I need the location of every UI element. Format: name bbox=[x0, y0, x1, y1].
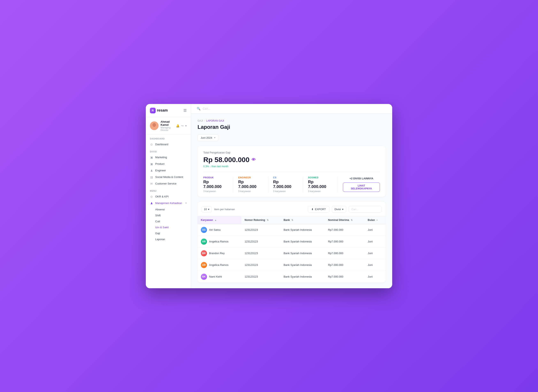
divisi-engineer: ENGINEER Rp 7.000.000 3 karyawan bbox=[238, 176, 268, 193]
cell-rekening-5: 123123123 bbox=[241, 271, 280, 283]
sidebar-item-kehadiran[interactable]: ♟ Manajemen Kehadiran ▾ bbox=[146, 200, 191, 206]
cell-rekening-2: 123123123 bbox=[241, 236, 280, 247]
app-name: resam bbox=[157, 108, 168, 112]
divisi-filter-label: Divisi bbox=[334, 208, 341, 211]
table-controls: 10 ▾ item per halaman ⬇ EXPORT Divisi ▾ bbox=[198, 206, 386, 216]
app-logo: R resam bbox=[150, 108, 168, 113]
lihat-selengkapnya-button[interactable]: LIHAT SELENGKAPNYA bbox=[343, 182, 380, 192]
table-row: AR Angelica Ramos 123123123 Bank Syariah… bbox=[198, 236, 386, 247]
sub-item-izin-sakit[interactable]: Izin & Sakit bbox=[146, 224, 191, 230]
sidebar-item-label: Social Media & Content bbox=[155, 175, 183, 178]
trend-percent: 0.3% bbox=[203, 165, 209, 168]
table-row: NK Nami Keihl 123123123 Bank Syariah Ind… bbox=[198, 271, 386, 283]
sub-item-laporan[interactable]: Laporan bbox=[146, 236, 191, 242]
cell-karyawan-2: AR Angelica Ramos bbox=[198, 236, 241, 247]
sub-item-gaji[interactable]: Gaji bbox=[146, 230, 191, 236]
page-content: GAJI / LAPORAN GAJI Laporan Gaji Juni 20… bbox=[191, 114, 392, 288]
sidebar-item-marketing[interactable]: ▣ Marketing bbox=[146, 154, 191, 161]
cell-bulan-2: Juni bbox=[365, 236, 386, 247]
stats-label: Total Pengeluaran Gaji bbox=[203, 151, 380, 154]
sidebar: R resam ☰ Ahmad Kamel Managing Director … bbox=[146, 104, 191, 288]
sidebar-item-customer-service[interactable]: ✉ Customer Service bbox=[146, 180, 191, 187]
cell-karyawan-5: NK Nami Keihl bbox=[198, 271, 241, 283]
karyawan-name-4: Angelica Ramos bbox=[209, 263, 228, 266]
cell-rekening-3: 123123123 bbox=[241, 247, 280, 259]
divisi-produk: PRODUK Rp 7.000.000 3 karyawan bbox=[203, 176, 233, 193]
dashboard-icon: ⊙ bbox=[150, 143, 153, 146]
profile-info: Ahmad Kamel Managing Director bbox=[161, 120, 174, 131]
cell-bulan-4: Juni bbox=[365, 259, 386, 271]
sidebar-item-social-media[interactable]: ▤ Social Media & Content bbox=[146, 174, 191, 180]
sidebar-item-label: Engineer bbox=[155, 169, 166, 172]
col-bank[interactable]: Bank ⇅ bbox=[280, 216, 325, 224]
cell-karyawan-3: BR Brandon Rey bbox=[198, 247, 241, 259]
profile-section: Ahmad Kamel Managing Director 🔔 ↪ ▾ bbox=[146, 117, 191, 135]
filter-row: Juni 2024 ▾ bbox=[198, 134, 386, 141]
divisi-name-produk: PRODUK bbox=[203, 176, 228, 179]
sub-item-cuti[interactable]: Cuti bbox=[146, 218, 191, 224]
cell-bulan-3: Juni bbox=[365, 247, 386, 259]
svg-point-3 bbox=[153, 123, 156, 126]
karyawan-name-3: Brandon Rey bbox=[209, 252, 225, 255]
sidebar-item-label: Dashboard bbox=[155, 143, 168, 146]
cell-bank-4: Bank Syariah Indonesia bbox=[280, 259, 325, 271]
sub-item-shift[interactable]: Shift bbox=[146, 212, 191, 218]
marketing-icon: ▣ bbox=[150, 156, 153, 159]
karyawan-name-5: Nami Keihl bbox=[209, 275, 222, 278]
table-search-input[interactable] bbox=[349, 206, 381, 213]
table-row: AS Airi Satou 123123123 Bank Syariah Ind… bbox=[198, 224, 386, 236]
sidebar-item-label: Marketing bbox=[155, 156, 167, 159]
hamburger-icon[interactable]: ☰ bbox=[183, 108, 187, 113]
cell-nominal-2: Rp7.000.000 bbox=[325, 236, 364, 247]
stats-trend: 0.3% ↓ than last month bbox=[203, 165, 380, 168]
col-karyawan[interactable]: Karyawan ▲ bbox=[198, 216, 241, 224]
sidebar-item-dashboard[interactable]: ⊙ Dashboard bbox=[146, 141, 191, 148]
logout-icon[interactable]: ↪ bbox=[181, 124, 184, 127]
col-bulan[interactable]: Bulan + bbox=[365, 216, 386, 224]
eye-icon[interactable]: 👁 bbox=[251, 157, 256, 162]
sidebar-item-engineer[interactable]: ♟ Engineer bbox=[146, 167, 191, 174]
export-button[interactable]: ⬇ EXPORT bbox=[308, 206, 329, 213]
divisi-name-engineer: ENGINEER bbox=[238, 176, 263, 179]
month-label: Juni 2024 bbox=[201, 136, 212, 139]
profile-name: Ahmad Kamel bbox=[161, 120, 174, 126]
trend-suffix: than last month bbox=[212, 165, 228, 168]
table-row: BR Brandon Rey 123123123 Bank Syariah In… bbox=[198, 247, 386, 259]
divisi-sosmed: SOSMED Rp 7.000.000 3 karyawan bbox=[308, 176, 338, 193]
export-icon: ⬇ bbox=[311, 208, 314, 211]
notification-icon[interactable]: 🔔 bbox=[176, 124, 180, 127]
month-filter[interactable]: Juni 2024 ▾ bbox=[198, 134, 218, 141]
kehadiran-submenu: Absensi Shift Cuti Izin & Sakit Gaji Lap… bbox=[146, 206, 191, 242]
col-nomor-rekening[interactable]: Nomor Rekening ⇅ bbox=[241, 216, 280, 224]
cell-rekening-1: 123123123 bbox=[241, 224, 280, 236]
sub-item-absensi[interactable]: Absensi bbox=[146, 206, 191, 212]
main-content: 🔍 GAJI / LAPORAN GAJI Laporan Gaji Juni … bbox=[191, 104, 392, 288]
cell-nominal-4: Rp7.000.000 bbox=[325, 259, 364, 271]
cell-bank-3: Bank Syariah Indonesia bbox=[280, 247, 325, 259]
profile-chevron-icon[interactable]: ▾ bbox=[185, 124, 187, 127]
table-row: AR Angelica Ramos 123123123 Bank Syariah… bbox=[198, 259, 386, 271]
divisi-amount-engineer: Rp 7.000.000 bbox=[238, 180, 263, 189]
section-label-dashboard: DASHBOARD bbox=[146, 135, 191, 141]
divisi-filter-select[interactable]: Divisi ▾ bbox=[332, 206, 346, 213]
sidebar-item-okr[interactable]: ⊙ OKR & KPI bbox=[146, 193, 191, 200]
col-nominal[interactable]: Nominal Diterima ⇅ bbox=[325, 216, 364, 224]
search-input[interactable] bbox=[203, 107, 248, 110]
month-chevron-icon: ▾ bbox=[214, 136, 215, 139]
breadcrumb-separator: / bbox=[204, 119, 205, 122]
karyawan-avatar-2: AR bbox=[201, 238, 207, 245]
karyawan-avatar-5: NK bbox=[201, 274, 207, 280]
page-title: Laporan Gaji bbox=[198, 124, 386, 130]
sidebar-item-product[interactable]: ▣ Product bbox=[146, 161, 191, 167]
divisi-more: +2 DIVISI LAINNYA LIHAT SELENGKAPNYA bbox=[343, 176, 380, 193]
cell-bulan-1: Juni bbox=[365, 224, 386, 236]
breadcrumb: GAJI / LAPORAN GAJI bbox=[198, 119, 386, 122]
cell-nominal-1: Rp7.000.000 bbox=[325, 224, 364, 236]
per-page-select[interactable]: 10 ▾ bbox=[202, 206, 212, 212]
divisi-count-produk: 3 karyawan bbox=[203, 190, 228, 193]
cell-karyawan-1: AS Airi Satou bbox=[198, 224, 241, 236]
section-label-divisi: DIVISI bbox=[146, 148, 191, 154]
per-page-value: 10 bbox=[204, 208, 207, 211]
social-media-icon: ▤ bbox=[150, 175, 153, 179]
profile-actions: 🔔 ↪ ▾ bbox=[176, 124, 187, 127]
